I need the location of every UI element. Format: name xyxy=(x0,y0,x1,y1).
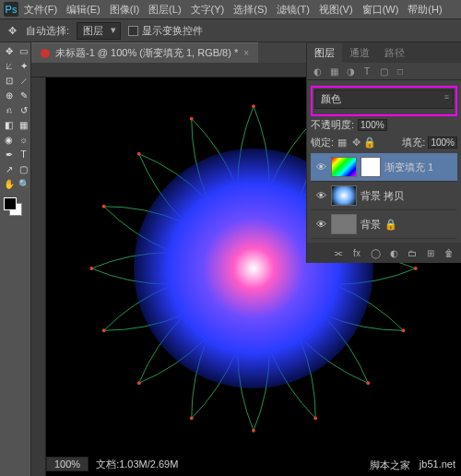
tab-channels[interactable]: 通道 xyxy=(342,43,377,63)
show-transform-label: 显示变换控件 xyxy=(142,24,203,38)
move-tool-icon: ✥ xyxy=(6,24,18,37)
stamp-tool[interactable]: ⎌ xyxy=(2,103,16,117)
menu-bar: Ps 文件(F) 编辑(E) 图像(I) 图层(L) 文字(Y) 选择(S) 滤… xyxy=(0,0,461,18)
svg-point-8 xyxy=(89,267,93,270)
link-layers-icon[interactable]: ⫘ xyxy=(332,246,345,259)
layers-panel-footer: ⫘ fx ◯ ◐ 🗀 ⊞ 🗑 xyxy=(307,243,461,263)
filter-kind-icon[interactable]: ◐ xyxy=(311,65,324,77)
group-icon[interactable]: 🗀 xyxy=(406,246,419,259)
auto-select-dropdown[interactable]: 图层 xyxy=(77,22,121,40)
menu-select[interactable]: 选择(S) xyxy=(230,1,271,18)
layer-bg-copy[interactable]: 👁 背景 拷贝 xyxy=(311,182,457,210)
blur-tool[interactable]: ◉ xyxy=(2,133,16,147)
layer-name: 背景 拷贝 xyxy=(361,189,404,203)
svg-point-4 xyxy=(252,429,255,433)
status-bar: 100% 文档:1.03M/2.69M xyxy=(46,456,178,472)
pen-tool[interactable]: ✒ xyxy=(2,148,16,161)
svg-point-12 xyxy=(252,105,255,109)
svg-point-2 xyxy=(366,382,370,386)
watermark-url: jb51.net xyxy=(420,458,455,472)
close-tab-icon[interactable]: × xyxy=(243,48,249,58)
blend-mode-dropdown[interactable]: 颜色 xyxy=(314,89,454,109)
layer-background[interactable]: 👁 背景 🔒 xyxy=(311,210,457,239)
visibility-icon[interactable]: 👁 xyxy=(314,190,327,201)
filter-type-icon[interactable]: T xyxy=(361,65,373,77)
shape-tool[interactable]: ▢ xyxy=(17,162,30,176)
menu-image[interactable]: 图像(I) xyxy=(106,1,143,18)
heal-tool[interactable]: ⊕ xyxy=(2,89,16,102)
tab-paths[interactable]: 路径 xyxy=(377,43,412,63)
layer-gradient-fill[interactable]: 👁 渐变填充 1 xyxy=(311,153,457,182)
marquee-tool[interactable]: ▭ xyxy=(17,44,30,58)
wand-tool[interactable]: ✦ xyxy=(17,59,30,73)
layer-mask-icon[interactable]: ◯ xyxy=(369,246,382,259)
visibility-icon[interactable]: 👁 xyxy=(314,161,327,173)
menu-layer[interactable]: 图层(L) xyxy=(145,1,184,18)
zoom-level[interactable]: 100% xyxy=(46,457,89,471)
lasso-tool[interactable]: ⟀ xyxy=(2,59,16,73)
ruler-vertical xyxy=(31,77,46,476)
document-tab[interactable]: 未标题-1 @ 100% (渐变填充 1, RGB/8) * × xyxy=(31,42,258,63)
svg-point-6 xyxy=(137,382,141,386)
filter-smart-icon[interactable]: □ xyxy=(394,65,407,77)
toolbox: ✥ ▭ ⟀ ✦ ⊡ ⟋ ⊕ ✎ ⎌ ↺ ◧ ▦ ◉ ☼ ✒ T ↗ ▢ ✋ 🔍 xyxy=(0,42,31,476)
svg-point-11 xyxy=(190,117,194,121)
options-bar: ✥ 自动选择: 图层 显示变换控件 xyxy=(0,18,461,42)
menu-file[interactable]: 文件(F) xyxy=(20,1,61,18)
app-logo: Ps xyxy=(4,2,18,17)
layers-panel: 图层 通道 路径 ◐ ▦ ◑ T ▢ □ 颜色 不透明度: 100% 锁定: ▦… xyxy=(306,42,461,263)
fill-label: 填充: xyxy=(402,136,425,149)
auto-select-label: 自动选择: xyxy=(26,24,69,38)
tab-layers[interactable]: 图层 xyxy=(307,43,342,63)
eraser-tool[interactable]: ◧ xyxy=(2,118,16,132)
hand-tool[interactable]: ✋ xyxy=(2,177,16,191)
layer-thumbnail xyxy=(331,214,357,234)
show-transform-checkbox[interactable]: 显示变换控件 xyxy=(128,24,203,38)
menu-filter[interactable]: 滤镜(T) xyxy=(273,1,313,18)
gradient-tool[interactable]: ▦ xyxy=(17,118,30,132)
new-layer-icon[interactable]: ⊞ xyxy=(424,246,437,259)
menu-help[interactable]: 帮助(H) xyxy=(404,1,445,18)
svg-point-3 xyxy=(313,417,317,421)
path-tool[interactable]: ↗ xyxy=(2,162,16,176)
menu-type[interactable]: 文字(Y) xyxy=(187,1,229,18)
watermark-text: 脚本之家 xyxy=(370,458,410,472)
brush-tool[interactable]: ✎ xyxy=(17,89,30,102)
panel-tab-bar: 图层 通道 路径 xyxy=(307,42,461,63)
filter-pixel-icon[interactable]: ▦ xyxy=(327,65,340,77)
dodge-tool[interactable]: ☼ xyxy=(17,133,30,147)
svg-point-5 xyxy=(190,417,194,421)
crop-tool[interactable]: ⊡ xyxy=(2,74,16,88)
opacity-label: 不透明度: xyxy=(311,118,354,132)
lock-all-icon[interactable]: 🔒 xyxy=(364,137,375,149)
layer-mask-thumbnail xyxy=(361,157,381,177)
menu-edit[interactable]: 编辑(E) xyxy=(63,1,104,18)
layer-name: 背景 xyxy=(361,218,381,232)
lock-label: 锁定: xyxy=(311,136,334,149)
eyedropper-tool[interactable]: ⟋ xyxy=(17,74,30,88)
doc-size: 文档:1.03M/2.69M xyxy=(96,458,178,471)
opacity-value[interactable]: 100% xyxy=(358,119,387,131)
filter-shape-icon[interactable]: ▢ xyxy=(377,65,390,77)
color-swatch[interactable] xyxy=(2,196,30,218)
trash-icon[interactable]: 🗑 xyxy=(443,246,455,259)
foreground-color[interactable] xyxy=(4,197,17,210)
fill-value[interactable]: 100% xyxy=(428,137,457,149)
history-tool[interactable]: ↺ xyxy=(17,103,30,117)
lock-pixels-icon[interactable]: ▦ xyxy=(337,137,348,149)
menu-view[interactable]: 视图(V) xyxy=(315,1,357,18)
svg-point-1 xyxy=(401,329,405,333)
tutorial-highlight: 颜色 xyxy=(311,86,457,116)
visibility-icon[interactable]: 👁 xyxy=(314,219,327,230)
layer-filter-bar: ◐ ▦ ◑ T ▢ □ xyxy=(307,63,461,80)
svg-point-9 xyxy=(102,205,106,208)
layer-thumbnail xyxy=(331,157,357,177)
menu-window[interactable]: 窗口(W) xyxy=(359,1,403,18)
adjustment-layer-icon[interactable]: ◐ xyxy=(387,246,400,259)
move-tool[interactable]: ✥ xyxy=(2,44,16,58)
lock-position-icon[interactable]: ✥ xyxy=(350,137,361,149)
layer-fx-icon[interactable]: fx xyxy=(350,246,363,259)
zoom-tool[interactable]: 🔍 xyxy=(17,177,30,191)
type-tool[interactable]: T xyxy=(17,148,30,161)
filter-adjust-icon[interactable]: ◑ xyxy=(344,65,357,77)
